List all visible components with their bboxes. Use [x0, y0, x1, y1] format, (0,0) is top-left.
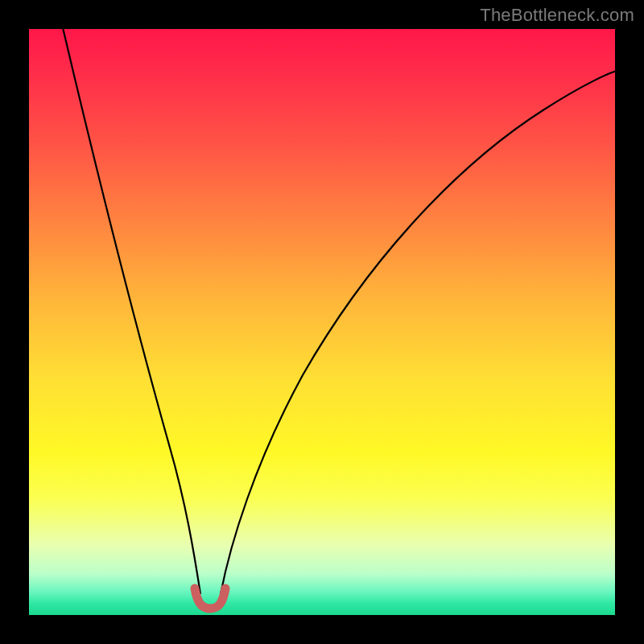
watermark-text: TheBottleneck.com [480, 5, 634, 26]
gradient-background [29, 29, 615, 615]
chart-plot-area [29, 29, 615, 615]
